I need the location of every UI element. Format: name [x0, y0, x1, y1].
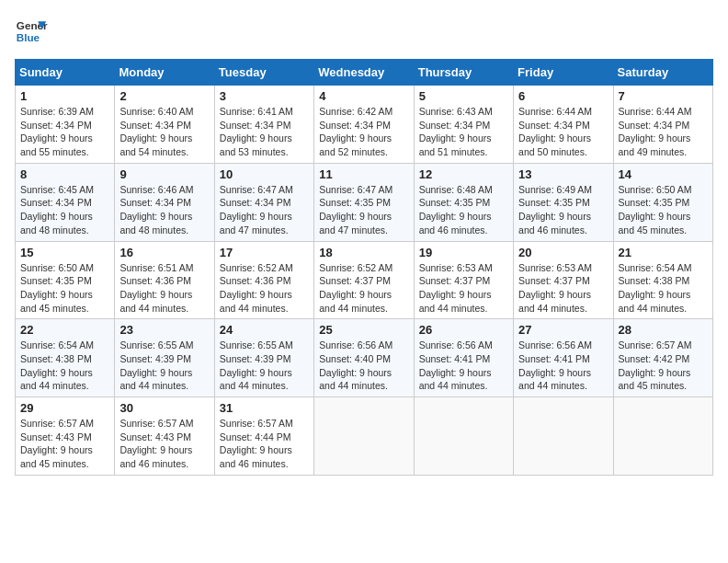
- calendar-table: SundayMondayTuesdayWednesdayThursdayFrid…: [15, 59, 713, 476]
- day-number: 24: [220, 323, 309, 337]
- calendar-cell: 5 Sunrise: 6:43 AMSunset: 4:34 PMDayligh…: [414, 86, 513, 164]
- day-detail: Sunrise: 6:47 AMSunset: 4:34 PMDaylight:…: [220, 183, 309, 237]
- weekday-header: Saturday: [613, 60, 712, 86]
- day-detail: Sunrise: 6:47 AMSunset: 4:35 PMDaylight:…: [319, 183, 408, 237]
- day-detail: Sunrise: 6:57 AMSunset: 4:42 PMDaylight:…: [619, 339, 708, 393]
- day-detail: Sunrise: 6:56 AMSunset: 4:40 PMDaylight:…: [319, 339, 408, 393]
- day-detail: Sunrise: 6:48 AMSunset: 4:35 PMDaylight:…: [419, 183, 508, 237]
- calendar-cell: 11 Sunrise: 6:47 AMSunset: 4:35 PMDaylig…: [314, 163, 414, 241]
- logo: General Blue: [15, 15, 48, 48]
- calendar-cell: 8 Sunrise: 6:45 AMSunset: 4:34 PMDayligh…: [16, 163, 115, 241]
- svg-text:Blue: Blue: [17, 31, 40, 43]
- day-number: 1: [20, 89, 109, 103]
- calendar-cell: [314, 397, 414, 476]
- day-number: 8: [20, 167, 109, 181]
- day-detail: Sunrise: 6:50 AMSunset: 4:35 PMDaylight:…: [20, 261, 109, 316]
- day-number: 21: [619, 246, 708, 259]
- day-detail: Sunrise: 6:45 AMSunset: 4:34 PMDaylight:…: [20, 183, 109, 237]
- calendar-cell: 14 Sunrise: 6:50 AMSunset: 4:35 PMDaylig…: [613, 163, 712, 241]
- day-number: 26: [419, 323, 508, 337]
- day-detail: Sunrise: 6:42 AMSunset: 4:34 PMDaylight:…: [319, 105, 408, 159]
- calendar-cell: 31 Sunrise: 6:57 AMSunset: 4:44 PMDaylig…: [214, 397, 313, 476]
- weekday-header: Sunday: [16, 60, 115, 86]
- day-number: 20: [518, 246, 608, 259]
- calendar-cell: 28 Sunrise: 6:57 AMSunset: 4:42 PMDaylig…: [613, 319, 712, 397]
- calendar-cell: [613, 397, 712, 476]
- day-detail: Sunrise: 6:54 AMSunset: 4:38 PMDaylight:…: [619, 261, 708, 316]
- day-detail: Sunrise: 6:55 AMSunset: 4:39 PMDaylight:…: [220, 339, 309, 393]
- day-number: 16: [119, 246, 209, 259]
- calendar-cell: 24 Sunrise: 6:55 AMSunset: 4:39 PMDaylig…: [214, 319, 313, 397]
- day-detail: Sunrise: 6:50 AMSunset: 4:35 PMDaylight:…: [619, 183, 708, 237]
- day-detail: Sunrise: 6:54 AMSunset: 4:38 PMDaylight:…: [20, 339, 109, 393]
- day-detail: Sunrise: 6:53 AMSunset: 4:37 PMDaylight:…: [419, 261, 508, 316]
- day-detail: Sunrise: 6:43 AMSunset: 4:34 PMDaylight:…: [419, 105, 508, 159]
- day-number: 28: [619, 323, 708, 337]
- day-number: 19: [419, 246, 508, 259]
- day-number: 31: [220, 401, 309, 415]
- day-number: 6: [518, 89, 608, 103]
- day-detail: Sunrise: 6:49 AMSunset: 4:35 PMDaylight:…: [518, 183, 608, 237]
- day-number: 23: [119, 323, 209, 337]
- day-number: 3: [220, 89, 309, 103]
- day-number: 5: [419, 89, 508, 103]
- day-number: 12: [419, 167, 508, 181]
- day-detail: Sunrise: 6:56 AMSunset: 4:41 PMDaylight:…: [518, 339, 608, 393]
- day-number: 15: [20, 246, 109, 259]
- day-detail: Sunrise: 6:44 AMSunset: 4:34 PMDaylight:…: [619, 105, 708, 159]
- day-number: 7: [619, 89, 708, 103]
- day-number: 17: [220, 246, 309, 259]
- day-detail: Sunrise: 6:46 AMSunset: 4:34 PMDaylight:…: [119, 183, 209, 237]
- day-detail: Sunrise: 6:56 AMSunset: 4:41 PMDaylight:…: [419, 339, 508, 393]
- day-number: 13: [518, 167, 608, 181]
- weekday-header: Monday: [115, 60, 214, 86]
- calendar-cell: 13 Sunrise: 6:49 AMSunset: 4:35 PMDaylig…: [514, 163, 613, 241]
- day-number: 14: [619, 167, 708, 181]
- calendar-cell: 18 Sunrise: 6:52 AMSunset: 4:37 PMDaylig…: [314, 241, 414, 319]
- day-detail: Sunrise: 6:53 AMSunset: 4:37 PMDaylight:…: [518, 261, 608, 316]
- day-number: 30: [119, 401, 209, 415]
- calendar-cell: [414, 397, 513, 476]
- weekday-header: Friday: [514, 60, 613, 86]
- calendar-cell: 26 Sunrise: 6:56 AMSunset: 4:41 PMDaylig…: [414, 319, 513, 397]
- day-detail: Sunrise: 6:40 AMSunset: 4:34 PMDaylight:…: [119, 105, 209, 159]
- calendar-cell: 3 Sunrise: 6:41 AMSunset: 4:34 PMDayligh…: [214, 86, 313, 164]
- day-detail: Sunrise: 6:57 AMSunset: 4:43 PMDaylight:…: [20, 417, 109, 471]
- day-detail: Sunrise: 6:57 AMSunset: 4:43 PMDaylight:…: [119, 417, 209, 471]
- day-number: 10: [220, 167, 309, 181]
- calendar-cell: 4 Sunrise: 6:42 AMSunset: 4:34 PMDayligh…: [314, 86, 414, 164]
- calendar-cell: 19 Sunrise: 6:53 AMSunset: 4:37 PMDaylig…: [414, 241, 513, 319]
- logo-icon: General Blue: [15, 15, 48, 48]
- day-detail: Sunrise: 6:51 AMSunset: 4:36 PMDaylight:…: [119, 261, 209, 316]
- weekday-header: Thursday: [414, 60, 513, 86]
- calendar-cell: 1 Sunrise: 6:39 AMSunset: 4:34 PMDayligh…: [16, 86, 115, 164]
- calendar-cell: 27 Sunrise: 6:56 AMSunset: 4:41 PMDaylig…: [514, 319, 613, 397]
- day-detail: Sunrise: 6:44 AMSunset: 4:34 PMDaylight:…: [518, 105, 608, 159]
- calendar-cell: 29 Sunrise: 6:57 AMSunset: 4:43 PMDaylig…: [16, 397, 115, 476]
- day-number: 18: [319, 246, 408, 259]
- day-number: 2: [119, 89, 209, 103]
- calendar-cell: 15 Sunrise: 6:50 AMSunset: 4:35 PMDaylig…: [16, 241, 115, 319]
- calendar-cell: 7 Sunrise: 6:44 AMSunset: 4:34 PMDayligh…: [613, 86, 712, 164]
- calendar-cell: 2 Sunrise: 6:40 AMSunset: 4:34 PMDayligh…: [115, 86, 214, 164]
- weekday-header: Wednesday: [314, 60, 414, 86]
- calendar-cell: 9 Sunrise: 6:46 AMSunset: 4:34 PMDayligh…: [115, 163, 214, 241]
- calendar-cell: 25 Sunrise: 6:56 AMSunset: 4:40 PMDaylig…: [314, 319, 414, 397]
- day-number: 27: [518, 323, 608, 337]
- calendar-cell: 6 Sunrise: 6:44 AMSunset: 4:34 PMDayligh…: [514, 86, 613, 164]
- day-number: 11: [319, 167, 408, 181]
- calendar-cell: 17 Sunrise: 6:52 AMSunset: 4:36 PMDaylig…: [214, 241, 313, 319]
- calendar-cell: 22 Sunrise: 6:54 AMSunset: 4:38 PMDaylig…: [16, 319, 115, 397]
- day-detail: Sunrise: 6:52 AMSunset: 4:37 PMDaylight:…: [319, 261, 408, 316]
- calendar-cell: 23 Sunrise: 6:55 AMSunset: 4:39 PMDaylig…: [115, 319, 214, 397]
- page-header: General Blue: [15, 15, 713, 48]
- day-detail: Sunrise: 6:41 AMSunset: 4:34 PMDaylight:…: [220, 105, 309, 159]
- day-number: 29: [20, 401, 109, 415]
- day-number: 4: [319, 89, 408, 103]
- day-detail: Sunrise: 6:39 AMSunset: 4:34 PMDaylight:…: [20, 105, 109, 159]
- weekday-header: Tuesday: [214, 60, 313, 86]
- calendar-cell: 20 Sunrise: 6:53 AMSunset: 4:37 PMDaylig…: [514, 241, 613, 319]
- calendar-cell: 16 Sunrise: 6:51 AMSunset: 4:36 PMDaylig…: [115, 241, 214, 319]
- day-detail: Sunrise: 6:55 AMSunset: 4:39 PMDaylight:…: [119, 339, 209, 393]
- calendar-cell: 10 Sunrise: 6:47 AMSunset: 4:34 PMDaylig…: [214, 163, 313, 241]
